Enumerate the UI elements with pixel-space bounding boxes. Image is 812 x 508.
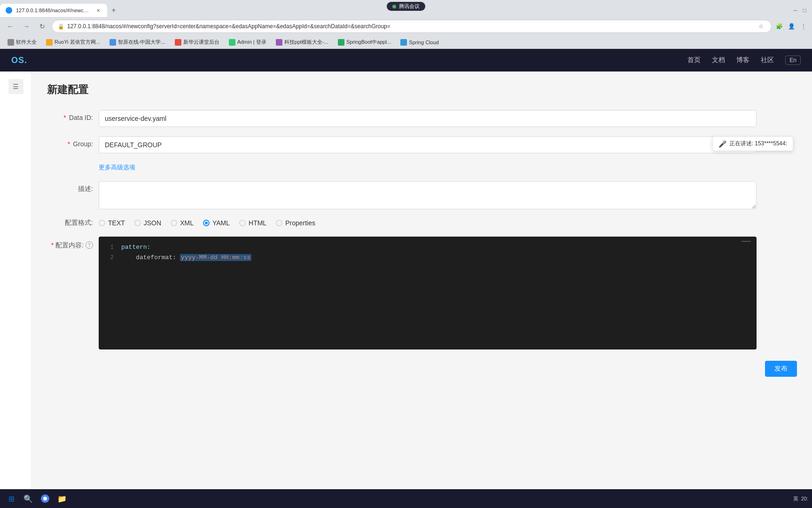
desc-row: 描述:	[47, 181, 797, 209]
radio-html[interactable]	[239, 220, 246, 226]
forward-button[interactable]: →	[20, 20, 33, 33]
systray-time: 20:	[801, 496, 808, 501]
desc-textarea[interactable]	[99, 181, 757, 209]
refresh-button[interactable]: ↻	[36, 20, 49, 33]
advanced-options-link[interactable]: 更多高级选项	[99, 164, 135, 171]
bookmark-icon-ppt	[276, 39, 282, 46]
tencent-tooltip-text: 正在讲述: 153****5544:	[729, 140, 787, 148]
taskbar: ⊞ 🔍 📁 英 20:	[0, 489, 812, 508]
content-help-icon[interactable]: ?	[86, 241, 93, 249]
bookmark-software[interactable]: 软件大全	[4, 38, 40, 47]
format-label: 配置格式:	[47, 219, 99, 227]
bookmark-icon-zhiyuan	[109, 39, 116, 46]
bookmark-label-software: 软件大全	[16, 39, 37, 46]
extensions-icon[interactable]: 🧩	[774, 22, 784, 31]
address-bar-row: ← → ↻ 🔒 127.0.0.1:8848/nacos/#/newconfig…	[0, 17, 812, 36]
systray-lang[interactable]: 英	[793, 495, 798, 502]
tencent-speaking-tooltip: 🎤 正在讲述: 153****5544:	[712, 136, 793, 151]
config-form: * Data ID: * Group: 🎤 正在讲述: 153***	[47, 110, 797, 384]
editor-content: 1 2 pattern: dateformat: yyyy-MM-dd HH:m…	[99, 237, 757, 269]
radio-properties[interactable]	[276, 220, 282, 226]
data-id-input[interactable]	[99, 110, 757, 127]
tab-bar: 127.0.0.1:8848/nacos/#/newconfig?serverI…	[0, 0, 812, 17]
bookmark-label-zhiyuan: 智原在线-中国大学...	[118, 39, 165, 46]
bookmark-admin[interactable]: Admin | 登录	[225, 38, 270, 47]
tencent-meeting-badge[interactable]: 腾讯会议	[387, 2, 425, 11]
bookmark-icon-admin	[229, 39, 235, 46]
bookmark-icon-software	[8, 39, 14, 46]
bookmark-springcloud[interactable]: Spring Cloud	[397, 38, 443, 47]
submit-button[interactable]: 发布	[765, 361, 797, 377]
tab-favicon	[6, 7, 12, 14]
address-bar[interactable]: 🔒 127.0.0.1:8848/nacos/#/newconfig?serve…	[52, 20, 772, 33]
code-line-1: pattern:	[121, 242, 753, 253]
bookmark-zhiyuan[interactable]: 智原在线-中国大学...	[106, 38, 169, 47]
format-json[interactable]: JSON	[134, 219, 161, 227]
more-menu-icon[interactable]: ⋮	[799, 22, 808, 31]
group-input[interactable]	[99, 136, 757, 153]
tab-label: 127.0.0.1:8848/nacos/#/newconfig?serverI…	[16, 8, 91, 13]
bookmark-ppt[interactable]: 科技ppt模板大全-...	[272, 38, 332, 47]
sidebar: ☰	[0, 71, 32, 508]
app-body: ☰ 新建配置 * Data ID: * Group:	[0, 71, 812, 508]
active-tab[interactable]: 127.0.0.1:8848/nacos/#/newconfig?serverI…	[0, 4, 107, 17]
code-line-2: dateformat: yyyy-MM-dd HH:mm:ss	[121, 253, 753, 263]
taskbar-search-icon[interactable]: 🔍	[21, 491, 36, 506]
taskbar-chrome-icon[interactable]	[38, 491, 53, 506]
browser-chrome: 127.0.0.1:8848/nacos/#/newconfig?serverI…	[0, 0, 812, 49]
bookmark-xinhua[interactable]: 新华云课堂后台	[171, 38, 223, 47]
bookmark-icon-springboot	[338, 39, 344, 46]
bookmark-springboot[interactable]: SpringBoot中appl...	[334, 38, 395, 47]
profile-icon[interactable]: 👤	[787, 22, 796, 31]
format-properties[interactable]: Properties	[276, 219, 315, 227]
submit-row: 发布	[47, 353, 797, 384]
radio-text[interactable]	[99, 220, 105, 226]
nav-docs[interactable]: 文档	[712, 56, 725, 64]
radio-xml[interactable]	[171, 220, 177, 226]
page-title: 新建配置	[47, 83, 797, 97]
data-id-label: * Data ID:	[47, 110, 99, 121]
nav-home[interactable]: 首页	[687, 56, 701, 64]
nav-blog[interactable]: 博客	[736, 56, 750, 64]
nacos-logo: OS.	[11, 56, 27, 65]
address-text[interactable]: 127.0.0.1:8848/nacos/#/newconfig?serverI…	[67, 23, 752, 30]
editor-toolbar: ━━━	[742, 238, 751, 245]
app-wrapper: OS. 首页 文档 博客 社区 En ☰ 新建配置 * Data ID:	[0, 49, 812, 508]
format-html[interactable]: HTML	[239, 219, 266, 227]
back-button[interactable]: ←	[4, 20, 17, 33]
security-icon: 🔒	[58, 24, 64, 30]
group-row: * Group: 🎤 正在讲述: 153****5544:	[47, 136, 797, 153]
taskbar-explorer-icon[interactable]: 📁	[55, 491, 70, 506]
taskbar-systray: 英 20:	[793, 495, 808, 502]
code-content[interactable]: pattern: dateformat: yyyy-MM-dd HH:mm:ss	[117, 237, 757, 269]
maximize-btn[interactable]: □	[801, 7, 808, 14]
nav-community[interactable]: 社区	[761, 56, 774, 64]
line-numbers: 1 2	[99, 237, 117, 269]
bookmark-label-xinhua: 新华云课堂后台	[183, 39, 219, 46]
content-row: * 配置内容: ? ━━━ 1 2	[47, 237, 797, 349]
bookmarks-bar: 软件大全 RuoYi 若依官方网... 智原在线-中国大学... 新华云课堂后台…	[0, 36, 812, 49]
code-editor[interactable]: ━━━ 1 2 pattern: dateformat: yyyy-MM-dd …	[99, 237, 757, 349]
format-xml[interactable]: XML	[171, 219, 194, 227]
bookmark-icon-ruoyi	[46, 39, 53, 46]
bookmark-ruoyi[interactable]: RuoYi 若依官方网...	[42, 38, 104, 47]
tab-close-btn[interactable]: ✕	[95, 7, 102, 14]
taskbar-windows-icon[interactable]: ⊞	[4, 491, 19, 506]
radio-yaml[interactable]	[203, 220, 210, 226]
bookmark-label-ruoyi: RuoYi 若依官方网...	[55, 39, 100, 46]
bookmark-star-icon[interactable]: ☆	[756, 22, 765, 31]
meeting-status-dot	[392, 5, 396, 8]
format-yaml[interactable]: YAML	[203, 219, 230, 227]
bookmark-label-springcloud: Spring Cloud	[409, 40, 439, 45]
nacos-header: OS. 首页 文档 博客 社区 En	[0, 49, 812, 71]
lang-button[interactable]: En	[785, 56, 801, 65]
sidebar-toggle-button[interactable]: ☰	[8, 79, 23, 94]
format-row: 配置格式: TEXT JSON XML	[47, 219, 797, 227]
main-content: 新建配置 * Data ID: * Group:	[32, 71, 812, 508]
format-radio-group: TEXT JSON XML YAML	[99, 219, 315, 227]
new-tab-button[interactable]: +	[107, 4, 120, 17]
content-label: * 配置内容: ?	[47, 237, 99, 250]
minimize-btn[interactable]: ─	[791, 7, 799, 14]
radio-json[interactable]	[134, 220, 141, 226]
format-text[interactable]: TEXT	[99, 219, 125, 227]
